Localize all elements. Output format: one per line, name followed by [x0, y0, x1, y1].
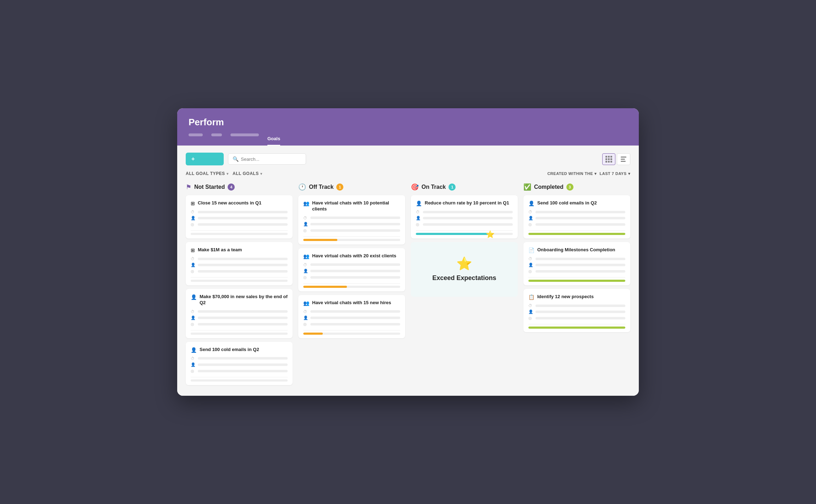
chevron-down-icon: ▾ — [227, 172, 229, 176]
goal-card-ot-1[interactable]: 👥 Have virtual chats with 10 potential c… — [298, 195, 405, 245]
separator — [303, 236, 400, 237]
goal-card-c-2[interactable]: 📄 Onboarding Milestones Completion ⏱ 👤 — [523, 242, 630, 285]
goal-title-row: 👥 Have virtual chats with 20 exist clien… — [303, 253, 400, 259]
list-icon — [620, 156, 627, 163]
person-icon: 👤 — [528, 263, 533, 267]
app-header: Perform Goals — [177, 108, 639, 146]
column-badge-off-track: 1 — [336, 183, 343, 191]
goal-title: Have virtual chats with 10 potential cli… — [312, 200, 400, 212]
meta-row-3: ◎ — [303, 322, 400, 327]
meta-bar — [198, 317, 288, 319]
toolbar-right — [602, 153, 630, 165]
meta-bar — [198, 270, 288, 273]
goal-card-on-1[interactable]: 👤 Reduce churn rate by 10 percent in Q1 … — [411, 195, 518, 239]
meta-bar — [535, 211, 625, 213]
clock-icon: ⏱ — [191, 309, 196, 314]
search-input[interactable] — [241, 157, 301, 162]
progress-bar-ot-2 — [303, 286, 400, 288]
goal-title-row: 📋 Identify 12 new prospects — [528, 294, 625, 300]
clock-icon: ⏱ — [303, 309, 308, 314]
nav-item-goals[interactable]: Goals — [267, 136, 280, 146]
goal-card-ns-1[interactable]: ⊞ Close 15 new accounts in Q1 ⏱ 👤 — [186, 195, 293, 239]
filters-left: ALL GOAL TYPES ▾ ALL GOALS ▾ — [186, 171, 262, 176]
meta-row-3: ◎ — [528, 222, 625, 227]
meta-row-3: ◎ — [191, 322, 288, 327]
add-goal-button[interactable]: + — [186, 153, 224, 165]
clock-icon: ⏱ — [528, 210, 533, 214]
goal-title-row: 📄 Onboarding Milestones Completion — [528, 247, 625, 253]
meta-row-2: 👤 — [191, 263, 288, 267]
goal-title: Have virtual chats with 15 new hires — [312, 300, 391, 306]
meta-row-1: ⏱ — [191, 257, 288, 261]
goal-meta: ⏱ 👤 ◎ — [303, 216, 400, 233]
progress-bar-on-1 — [416, 233, 513, 235]
goal-title: Send 100 cold emails in Q2 — [200, 347, 259, 353]
goal-meta: ⏱ 👤 ◎ — [303, 309, 400, 327]
people-icon: 👥 — [303, 201, 309, 206]
target-icon: ◎ — [303, 228, 308, 233]
progress-fill-c-1 — [528, 233, 625, 235]
goal-meta: ⏱ 👤 ◎ — [528, 257, 625, 274]
check-icon: ✅ — [523, 183, 531, 191]
meta-row-3: ◎ — [416, 222, 513, 227]
meta-row-2: 👤 — [528, 309, 625, 314]
toolbar: + 🔍 — [186, 153, 630, 165]
clock-icon: ⏱ — [303, 263, 308, 267]
plus-icon: + — [191, 156, 195, 162]
separator — [191, 330, 288, 330]
all-goals-filter[interactable]: ALL GOALS ▾ — [233, 171, 262, 176]
meta-row-2: 👤 — [416, 216, 513, 220]
goal-card-ns-4[interactable]: 👤 Send 100 cold emails in Q2 ⏱ 👤 — [186, 342, 293, 385]
goal-card-ot-3[interactable]: 👥 Have virtual chats with 15 new hires ⏱… — [298, 295, 405, 338]
grid-view-button[interactable] — [602, 153, 615, 165]
goal-card-ns-2[interactable]: ⊞ Make $1M as a team ⏱ 👤 ◎ — [186, 242, 293, 285]
column-off-track: 🕐 Off Track 1 👥 Have virtual chats with … — [298, 183, 405, 342]
chevron-down-icon: ▾ — [260, 172, 262, 176]
meta-bar — [198, 363, 288, 366]
meta-row-1: ⏱ — [303, 309, 400, 314]
meta-bar — [310, 223, 400, 225]
nav-placeholder-2[interactable] — [211, 133, 222, 146]
meta-bar — [198, 323, 288, 325]
exceed-star-icon: ⭐ — [418, 256, 511, 271]
list-view-button[interactable] — [617, 153, 630, 165]
goal-types-filter[interactable]: ALL GOAL TYPES ▾ — [186, 171, 228, 176]
person-icon: 👤 — [303, 222, 308, 226]
target-icon: ◎ — [303, 275, 308, 280]
goal-title: Send 100 cold emails in Q2 — [537, 200, 597, 206]
person-icon: 👤 — [528, 309, 533, 314]
goal-title: Close 15 new accounts in Q1 — [198, 200, 261, 206]
goal-title: Make $70,000 in new sales by the end of … — [200, 294, 288, 306]
app-title: Perform — [189, 117, 627, 128]
goal-card-ot-2[interactable]: 👥 Have virtual chats with 20 exist clien… — [298, 248, 405, 291]
meta-row-1: ⏱ — [303, 263, 400, 267]
header-nav: Goals — [189, 133, 627, 146]
goal-card-c-3[interactable]: 📋 Identify 12 new prospects ⏱ 👤 — [523, 289, 630, 332]
meta-row-3: ◎ — [191, 369, 288, 373]
search-icon: 🔍 — [233, 156, 239, 162]
nav-placeholder-1[interactable] — [189, 133, 203, 146]
target-icon: ◎ — [191, 222, 196, 227]
separator — [528, 324, 625, 324]
goal-title: Make $1M as a team — [198, 247, 242, 253]
progress-bar-c-3 — [528, 327, 625, 329]
meta-bar — [310, 310, 400, 313]
filters-bar: ALL GOAL TYPES ▾ ALL GOALS ▾ CREATED WIT… — [186, 171, 630, 176]
grid-icon: ⊞ — [191, 247, 195, 253]
person-icon: 👤 — [191, 347, 197, 353]
column-header-off-track: 🕐 Off Track 1 — [298, 183, 405, 191]
last-7-days-filter[interactable]: LAST 7 DAYS ▾ — [599, 171, 630, 176]
people-icon: 👥 — [303, 300, 309, 306]
goal-meta: ⏱ 👤 ◎ — [528, 210, 625, 227]
progress-fill-c-2 — [528, 280, 625, 282]
goal-card-c-1[interactable]: 👤 Send 100 cold emails in Q2 ⏱ 👤 — [523, 195, 630, 239]
person-icon: 👤 — [303, 269, 308, 273]
created-within-filter[interactable]: CREATED WITHIN THE ▾ — [547, 171, 597, 176]
goal-card-ns-3[interactable]: 👤 Make $70,000 in new sales by the end o… — [186, 289, 293, 338]
progress-bar — [191, 333, 288, 335]
column-badge-on-track: 1 — [448, 183, 456, 191]
nav-placeholder-3[interactable] — [230, 133, 259, 146]
progress-bar — [191, 379, 288, 382]
meta-row-1: ⏱ — [303, 216, 400, 220]
clock-icon: ⏱ — [416, 210, 421, 214]
